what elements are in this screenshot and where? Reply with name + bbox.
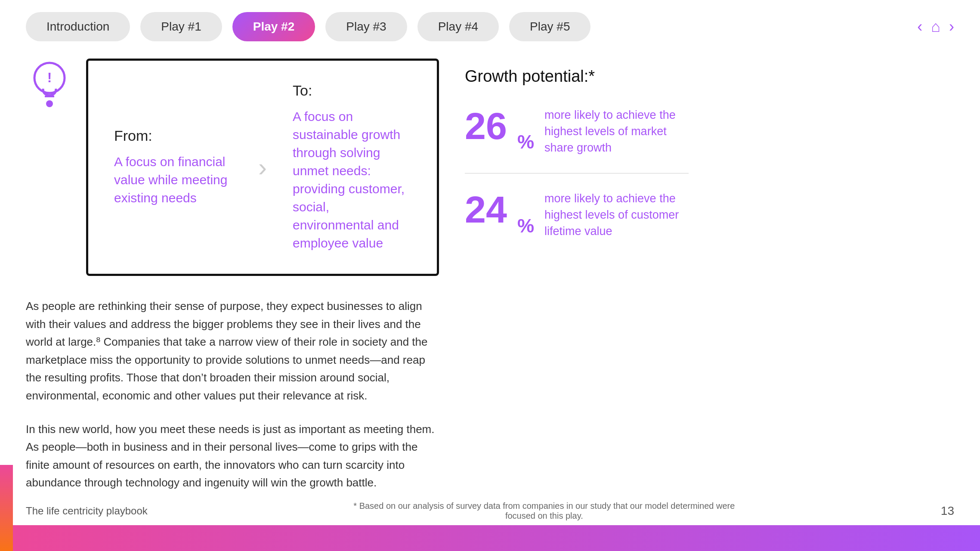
prev-button[interactable]: ‹ [917,18,922,36]
next-button[interactable]: › [949,18,954,36]
nav-play3[interactable]: Play #3 [325,12,407,41]
stat-row-2: 24 % more likely to achieve the highest … [465,191,689,239]
stat1-desc: more likely to achieve the highest level… [544,107,689,156]
stat-block-1: 26 % more likely to achieve the highest … [465,107,689,156]
footer-bottom-bar [13,525,980,551]
footer-title: The life centricity playbook [26,505,148,517]
from-section: From: A focus on financial value while m… [114,127,232,207]
growth-title: Growth potential:* [465,67,689,86]
footer-left-accent [0,465,13,551]
bulb-icon: ! [26,59,73,112]
from-text: A focus on financial value while meeting… [114,153,232,207]
navigation: Introduction Play #1 Play #2 Play #3 Pla… [0,0,980,41]
svg-point-4 [46,100,53,107]
stat-block-2: 24 % more likely to achieve the highest … [465,191,689,239]
stat-row-1: 26 % more likely to achieve the highest … [465,107,689,156]
svg-text:!: ! [47,70,52,85]
nav-controls: ‹ ⌂ › [917,18,954,36]
to-text: A focus on sustainable growth through so… [293,108,411,252]
stat2-number: 24 [465,191,507,229]
stat1-percent: % [517,133,534,156]
to-section: To: A focus on sustainable growth throug… [293,82,411,252]
nav-play2[interactable]: Play #2 [232,12,315,41]
right-panel: Growth potential:* 26 % more likely to a… [465,59,689,508]
main-content: ! From: A focus on financial value while… [0,41,980,508]
body-para-1: As people are rethinking their sense of … [26,297,439,405]
body-text: As people are rethinking their sense of … [26,297,439,492]
stat2-desc: more likely to achieve the highest level… [544,191,689,239]
footer-page: 13 [941,504,954,518]
footer: The life centricity playbook * Based on … [0,465,980,551]
left-panel: ! From: A focus on financial value while… [26,59,439,508]
from-label: From: [114,127,232,144]
nav-play1[interactable]: Play #1 [140,12,222,41]
stat-divider [465,173,689,173]
arrow-icon: › [258,152,267,182]
nav-play5[interactable]: Play #5 [509,12,590,41]
stat2-percent: % [517,217,534,240]
to-label: To: [293,82,411,99]
footer-text-area: The life centricity playbook * Based on … [26,501,954,521]
stat1-number: 26 [465,107,507,145]
footer-note: * Based on our analysis of survey data f… [350,501,738,521]
icon-and-box: ! From: A focus on financial value while… [26,59,439,276]
nav-introduction[interactable]: Introduction [26,12,130,41]
from-to-box: From: A focus on financial value while m… [86,59,439,276]
nav-play4[interactable]: Play #4 [417,12,499,41]
home-button[interactable]: ⌂ [931,18,940,36]
